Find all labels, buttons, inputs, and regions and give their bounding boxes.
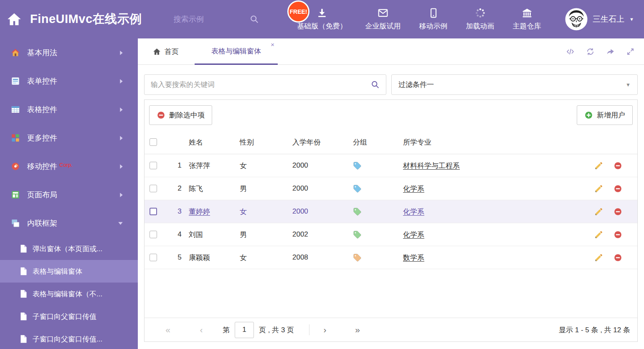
row-gender: 女 — [240, 253, 292, 262]
sidebar-item-mobile-controls[interactable]: 移动控件 Corp. — [0, 152, 138, 181]
sidebar-item-page-layout[interactable]: 页面布局 — [0, 181, 138, 209]
home-logo-icon[interactable] — [7, 12, 22, 27]
open-new-window-icon[interactable] — [606, 47, 615, 56]
blocks-icon — [11, 133, 20, 143]
filter-dropdown-value: 过滤条件一 — [398, 80, 434, 89]
nav-item-label: 企业版试用 — [365, 21, 401, 31]
row-checkbox[interactable] — [150, 231, 157, 238]
last-page-button[interactable]: » — [352, 325, 363, 335]
delete-row-icon[interactable] — [614, 253, 622, 262]
source-code-icon[interactable] — [566, 47, 575, 56]
table-row[interactable]: 5 康颖颖 女 2008 数学系 — [145, 246, 637, 269]
next-page-button[interactable]: › — [319, 325, 330, 335]
user-name: 三生石上 — [593, 14, 624, 25]
row-checkbox[interactable] — [150, 162, 157, 169]
table-row-selected[interactable]: 3 董婷婷 女 2000 化学系 — [145, 200, 637, 223]
app-title: FineUIMvc在线示例 — [30, 11, 142, 28]
edit-row-icon[interactable] — [594, 230, 603, 239]
page-number-input[interactable] — [235, 322, 254, 338]
tag-icon — [353, 253, 362, 262]
row-name: 董婷婷 — [189, 207, 240, 217]
major-link[interactable]: 化学系 — [403, 184, 424, 194]
row-checkbox[interactable] — [150, 208, 157, 215]
edit-row-icon[interactable] — [594, 207, 603, 216]
sidebar-item-grid-controls[interactable]: 表格控件 — [0, 95, 138, 124]
header-search-input[interactable] — [174, 15, 245, 24]
nav-item-loading-animation[interactable]: 加载动画 — [466, 8, 494, 31]
add-user-button[interactable]: 新增用户 — [577, 105, 633, 125]
edit-row-icon[interactable] — [594, 253, 603, 262]
main-area: 首页 表格与编辑窗体 × 过滤条件一 ▼ — [138, 38, 644, 349]
sidebar-subitem-label: 表格与编辑窗体 — [33, 267, 82, 276]
tag-icon — [353, 161, 362, 170]
user-menu[interactable]: 三生石上 ▼ — [565, 8, 634, 31]
tab-home[interactable]: 首页 — [150, 38, 181, 64]
row-year: 2000 — [292, 161, 353, 170]
row-name: 张萍萍 — [189, 161, 240, 171]
sidebar-item-iframe[interactable]: 内联框架 — [0, 209, 138, 237]
close-tab-icon[interactable]: × — [271, 41, 274, 48]
header-cell-group: 分组 — [353, 138, 403, 147]
prev-page-button[interactable]: ‹ — [196, 325, 207, 335]
page-total-label: 页 , 共 3 页 — [259, 325, 294, 335]
table-row[interactable]: 2 陈飞 男 2000 化学系 — [145, 177, 637, 200]
keyword-search-input[interactable] — [151, 81, 371, 89]
sidebar-item-more-controls[interactable]: 更多控件 — [0, 124, 138, 152]
search-icon[interactable] — [250, 15, 259, 24]
caret-down-icon: ▼ — [626, 82, 631, 88]
edit-row-icon[interactable] — [594, 161, 603, 170]
row-year: 2000 — [292, 184, 353, 193]
sidebar-item-label: 基本用法 — [27, 48, 57, 58]
plus-circle-icon — [584, 111, 593, 120]
delete-selected-button[interactable]: 删除选中项 — [149, 105, 212, 125]
select-all-checkbox[interactable] — [150, 138, 157, 146]
sidebar-subitem-popup-window[interactable]: 弹出窗体（本页面或... — [0, 237, 138, 260]
download-icon — [317, 8, 327, 18]
sidebar-subitem-label: 子窗口向父窗口传值... — [33, 334, 102, 344]
delete-row-icon[interactable] — [614, 161, 622, 170]
search-icon[interactable] — [371, 80, 380, 89]
major-link[interactable]: 化学系 — [403, 207, 424, 217]
header-cell-year: 入学年份 — [292, 138, 353, 147]
mobile-controls-icon — [11, 162, 20, 171]
chevron-right-icon — [119, 50, 123, 56]
row-checkbox[interactable] — [150, 185, 157, 192]
sidebar-subitem-child-to-parent-2[interactable]: 子窗口向父窗口传值... — [0, 328, 138, 349]
sidebar-subitem-grid-edit-window-2[interactable]: 表格与编辑窗体（不... — [0, 283, 138, 305]
bank-icon — [522, 8, 532, 18]
sidebar-item-basic-usage[interactable]: 基本用法 — [0, 38, 138, 67]
major-link[interactable]: 化学系 — [403, 230, 424, 239]
tab-grid-edit-window[interactable]: 表格与编辑窗体 × — [195, 38, 278, 65]
content: 过滤条件一 ▼ 删除选中项 新增用户 — [138, 65, 644, 349]
nav-item-enterprise-trial[interactable]: 企业版试用 — [365, 8, 401, 31]
edit-row-icon[interactable] — [594, 184, 603, 193]
nav-item-mobile-demo[interactable]: 移动示例 — [419, 8, 448, 31]
row-gender: 女 — [240, 161, 292, 171]
page-label: 第 — [223, 325, 230, 335]
major-link[interactable]: 数学系 — [403, 253, 424, 262]
table-row[interactable]: 1 张萍萍 女 2000 材料科学与工程系 — [145, 154, 637, 177]
tab-actions — [566, 38, 635, 64]
sidebar-subitem-child-to-parent[interactable]: 子窗口向父窗口传值 — [0, 305, 138, 328]
delete-row-icon[interactable] — [614, 230, 622, 239]
delete-row-icon[interactable] — [614, 207, 622, 216]
file-icon — [20, 245, 27, 253]
sidebar-item-form-controls[interactable]: 表单控件 — [0, 67, 138, 95]
row-checkbox[interactable] — [150, 254, 157, 261]
file-icon — [20, 267, 27, 275]
major-link[interactable]: 材料科学与工程系 — [403, 161, 460, 171]
home-icon — [153, 48, 161, 56]
table-row[interactable]: 4 刘国 男 2002 化学系 — [145, 223, 637, 246]
avatar — [565, 8, 588, 31]
table-header-row: 姓名 性别 入学年份 分组 所学专业 — [145, 130, 637, 154]
nav-item-theme-store[interactable]: 主题仓库 — [513, 8, 541, 31]
sidebar-subitem-grid-edit-window[interactable]: 表格与编辑窗体 — [0, 260, 138, 283]
table-icon — [11, 105, 20, 114]
header: FineUIMvc在线示例 FREE! 基础版（免费） 企业版试用 移动示例 加… — [0, 0, 644, 38]
sidebar-item-label: 表格控件 — [27, 104, 57, 115]
refresh-icon[interactable] — [586, 47, 595, 56]
delete-row-icon[interactable] — [614, 184, 622, 193]
first-page-button[interactable]: « — [162, 325, 173, 335]
maximize-icon[interactable] — [626, 47, 635, 56]
filter-dropdown[interactable]: 过滤条件一 ▼ — [391, 74, 638, 95]
